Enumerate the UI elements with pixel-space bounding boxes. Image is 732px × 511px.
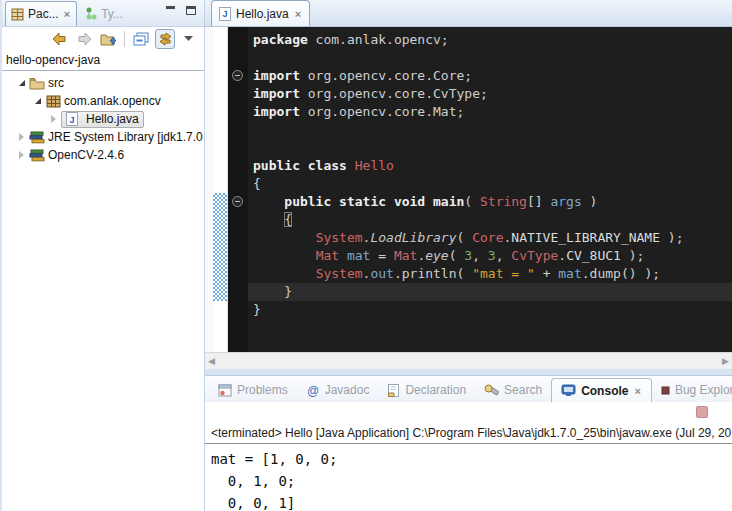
console-tab-label: Problems: [237, 383, 288, 397]
tree-item-com-anlak-opencv[interactable]: com.anlak.opencv: [2, 92, 204, 110]
bug-icon: [661, 386, 670, 395]
tab-type-label: Ty...: [101, 7, 123, 21]
fold-collapse-icon[interactable]: [232, 196, 243, 207]
tree-item-opencv-2-4-6[interactable]: OpenCV-2.4.6: [2, 146, 204, 164]
view-menu-button[interactable]: [179, 29, 199, 49]
type-hierarchy-icon: [85, 7, 97, 20]
editor-tabbar: J Hello.java ×: [205, 0, 732, 27]
editor-tab-label: Hello.java: [236, 7, 289, 21]
code-line[interactable]: [253, 139, 732, 157]
folder-icon: [29, 77, 45, 90]
tree-item-label: com.anlak.opencv: [64, 94, 161, 108]
editor-range-ruler: [213, 27, 228, 352]
collapse-all-icon: [133, 32, 149, 46]
editor-folding-ruler: [228, 27, 248, 352]
code-line[interactable]: {: [253, 211, 732, 229]
terminate-button[interactable]: [696, 406, 708, 418]
code-line[interactable]: import org.opencv.core.Core;: [253, 67, 732, 85]
close-icon[interactable]: ×: [294, 8, 302, 20]
maximize-icon[interactable]: [186, 6, 196, 15]
tab-package-explorer[interactable]: Pac... ×: [5, 1, 77, 26]
editor-area: J Hello.java × package com.anlak.opencv;…: [205, 0, 732, 371]
code-line[interactable]: import org.opencv.core.Mat;: [253, 103, 732, 121]
console-tab-label: Javadoc: [325, 383, 370, 397]
code-line[interactable]: [253, 121, 732, 139]
project-tree: srccom.anlak.opencvJHello.javaJRE System…: [2, 71, 204, 164]
library-icon: [29, 131, 45, 144]
package-explorer-view: Pac... × Ty... hello-opencv-java srccom.…: [2, 0, 205, 511]
editor-tab-hello-java[interactable]: J Hello.java ×: [211, 0, 310, 26]
up-button[interactable]: [98, 29, 118, 49]
console-tab-label: Bug Explorer: [675, 383, 732, 397]
expand-arrow-icon[interactable]: [32, 98, 43, 104]
selected-item-box: JHello.java: [61, 111, 144, 128]
link-with-editor-button[interactable]: [155, 29, 175, 49]
tab-search[interactable]: Search: [475, 378, 551, 402]
declaration-icon: [387, 384, 400, 397]
svg-text:@: @: [307, 384, 319, 397]
tab-problems[interactable]: Problems: [209, 378, 297, 402]
close-icon[interactable]: ×: [63, 8, 71, 20]
tab-type-hierarchy[interactable]: Ty...: [77, 1, 131, 26]
editor-body: package com.anlak.opencv;import org.open…: [205, 27, 732, 352]
tab-javadoc[interactable]: @Javadoc: [297, 378, 379, 402]
forward-button[interactable]: [74, 29, 94, 49]
code-line[interactable]: Mat mat = Mat.eye( 3, 3, CvType.CV_8UC1 …: [253, 247, 732, 265]
collapse-all-button[interactable]: [131, 29, 151, 49]
code-line[interactable]: [253, 49, 732, 67]
search-icon: [484, 384, 499, 397]
console-toolbar: [205, 402, 732, 426]
code-line[interactable]: package com.anlak.opencv;: [253, 31, 732, 49]
tree-item-jre-system-library-jdk1-7-0[interactable]: JRE System Library [jdk1.7.0: [2, 128, 204, 146]
tree-item-label: Hello.java: [86, 112, 139, 126]
editor-left-ruler: [205, 27, 213, 352]
code-line[interactable]: public class Hello: [253, 157, 732, 175]
code-line[interactable]: {: [253, 175, 732, 193]
package-explorer-icon: [11, 8, 24, 21]
up-icon: [100, 32, 117, 47]
console-tabbar: Problems@JavadocDeclarationSearchConsole…: [205, 376, 732, 402]
console-view: Problems@JavadocDeclarationSearchConsole…: [205, 375, 732, 511]
expand-arrow-icon[interactable]: [16, 80, 27, 86]
tree-item-src[interactable]: src: [2, 74, 204, 92]
collapse-arrow-icon[interactable]: [16, 151, 27, 159]
code-line[interactable]: }: [253, 301, 732, 319]
code-line[interactable]: System.out.println( "mat = " + mat.dump(…: [253, 265, 732, 283]
console-tab-label: Console: [581, 384, 628, 398]
fold-collapse-icon[interactable]: [232, 70, 243, 81]
code-line[interactable]: import org.opencv.core.CvType;: [253, 85, 732, 103]
project-label[interactable]: hello-opencv-java: [2, 51, 204, 71]
console-output-line: 0, 1, 0;: [211, 470, 732, 492]
scroll-right-icon[interactable]: ▶: [722, 356, 729, 366]
close-icon[interactable]: ×: [633, 385, 641, 397]
java-file-icon: J: [64, 112, 80, 126]
tree-item-hello-java[interactable]: JHello.java: [2, 110, 204, 128]
scroll-left-icon[interactable]: ◀: [208, 356, 215, 366]
view-menu-icon: [184, 36, 194, 42]
code-line-current[interactable]: }: [248, 283, 732, 301]
console-tab-label: Declaration: [405, 383, 466, 397]
java-file-icon: J: [219, 7, 231, 21]
editor-code[interactable]: package com.anlak.opencv;import org.open…: [248, 27, 732, 352]
javadoc-icon: @: [306, 384, 320, 397]
console-output-line: mat = [1, 0, 0;: [211, 448, 732, 470]
toolbar-separator: [124, 31, 125, 47]
editor-horizontal-scrollbar[interactable]: ◀ ▶: [205, 352, 732, 369]
tree-item-label: src: [48, 76, 64, 90]
collapse-arrow-icon[interactable]: [48, 115, 59, 123]
console-output[interactable]: mat = [1, 0, 0; 0, 1, 0; 0, 0, 1]: [205, 444, 732, 511]
console-status-line: <terminated> Hello [Java Application] C:…: [205, 426, 732, 444]
minimize-icon[interactable]: [166, 6, 176, 15]
collapse-arrow-icon[interactable]: [16, 133, 27, 141]
back-button[interactable]: [50, 29, 70, 49]
tree-item-label: JRE System Library [jdk1.7.0: [48, 130, 203, 144]
code-line[interactable]: System.LoadLibrary( Core.NATIVE_LIBRARY_…: [253, 229, 732, 247]
tab-declaration[interactable]: Declaration: [378, 378, 475, 402]
code-line[interactable]: public static void main( String[] args ): [253, 193, 732, 211]
tab-console[interactable]: Console×: [551, 378, 652, 402]
tab-bug-explorer[interactable]: Bug Explorer: [652, 378, 732, 402]
back-icon: [52, 32, 68, 46]
package-explorer-toolbar: [2, 27, 204, 51]
console-tab-label: Search: [504, 383, 542, 397]
console-icon: [561, 384, 576, 397]
